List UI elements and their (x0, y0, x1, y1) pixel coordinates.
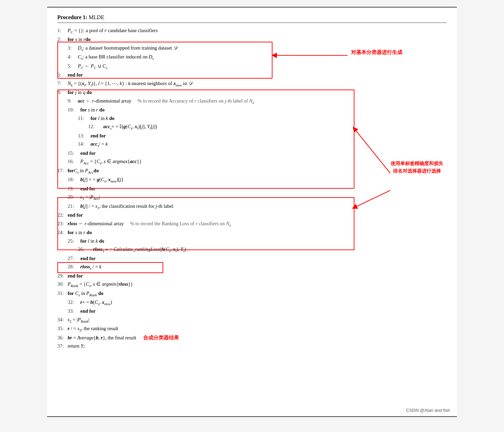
line-26: 26: rlosss + = Calculate_rankingLoss(h(C… (57, 245, 447, 254)
annotation-2: 使用单标签精确度和损失 排名对选择器进行选择 (391, 160, 443, 175)
line-2: 2: for s in rdo (57, 35, 447, 44)
line-22: 22: end for (57, 211, 447, 219)
line-29: 29: end for (57, 272, 447, 280)
line-25: 25: for l in k do (57, 237, 447, 245)
line-11: 11: for l in k do (57, 114, 447, 123)
line-37: 37: return Y; (57, 342, 447, 350)
annotation-3: 合成分类器结果 (143, 334, 179, 342)
line-21: 21: b[j] / = s1, the classification resu… (57, 202, 447, 211)
line-36: 36: br = Average{b, r}, the final result… (57, 334, 447, 342)
line-14: 14: accs/ = k (57, 140, 447, 149)
line-8: 8: for j in q do (57, 88, 447, 97)
line-1: 1: PC = {}: a pool of r candidate base c… (57, 26, 447, 35)
line-12: 12: accs+ = 𝕀(g(Cs, xl)[j], Yl[j]) (57, 122, 447, 131)
line-13: 13: end for (57, 132, 447, 140)
line-35: 35: r / = s2, the ranking result (57, 324, 447, 333)
line-17: 17: forCs in PAccdo (57, 166, 447, 175)
line-31: 31: for Cs in PRank do (57, 289, 447, 298)
line-27: 27: end for (57, 254, 447, 263)
line-9: 9: acc ← r-dimensional array % to record… (57, 97, 447, 106)
procedure-label: Procedure 1: (57, 14, 87, 20)
watermark: CSDN @Alan and fish (406, 408, 450, 413)
line-18: 18: b[j] + = g(Cs, xnew)[j] (57, 175, 447, 184)
line-34: 34: s2 = |PRank| (57, 315, 447, 324)
line-19: 19: end for (57, 185, 447, 193)
line-5: 5: PC ← PC ∪ Cs (57, 62, 447, 71)
line-28: 28: rlosss / = k (57, 262, 447, 271)
page-container: Procedure 1: MLDE 1: PC = {}: a pool of … (47, 7, 457, 417)
line-7: 7: Nk = {(xl, Yl)}, l = {1, ⋯, k} : k-ne… (57, 79, 447, 88)
procedure-title: Procedure 1: MLDE (57, 14, 447, 23)
algorithm-content: 1: PC = {}: a pool of r candidate base c… (57, 26, 447, 350)
line-23: 23: rloss ← r-dimensional array % to rec… (57, 219, 447, 228)
line-16: 16: PAcc = {Cs, s ∈ argmax{acc}} (57, 157, 447, 166)
line-30: 30: PRank = {Cs, s ∈ argmin{rloss}} (57, 280, 447, 289)
line-10: 10: for s in r do (57, 106, 447, 114)
line-32: 32: r+ = h(Cs, xnew) (57, 298, 447, 307)
line-6: 6: end for (57, 71, 447, 79)
procedure-name: MLDE (89, 14, 104, 20)
line-33: 33: end for (57, 307, 447, 315)
line-20: 20: s1 = |PAcc| (57, 193, 447, 202)
line-15: 15: end for (57, 149, 447, 158)
line-24: 24: for s in r do (57, 228, 447, 237)
annotation-1: 对基本分类器进行生成 (351, 49, 402, 56)
